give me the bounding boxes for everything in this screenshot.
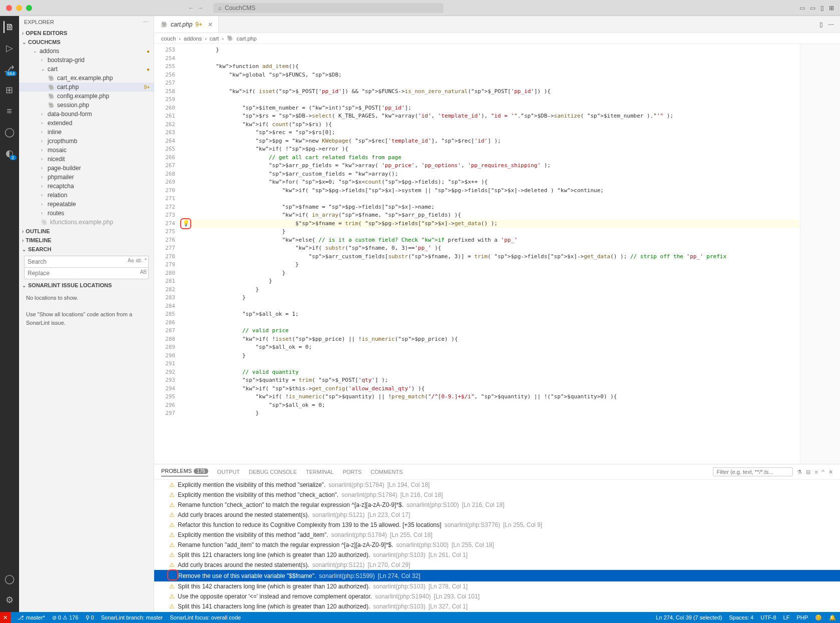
- status-sonar-focus[interactable]: SonarLint focus: overall code: [170, 614, 241, 620]
- open-editors-header[interactable]: ›OPEN EDITORS: [19, 29, 154, 38]
- problem-row[interactable]: ⚠ Explicitly mention the visibility of t…: [154, 480, 840, 490]
- maximize-panel-icon[interactable]: ^: [822, 469, 824, 475]
- problem-row[interactable]: ⓘ Remove the use of this variable variab…: [154, 570, 840, 581]
- folder-page-builder[interactable]: ›page-builder: [19, 164, 154, 173]
- sidebar: EXPLORER ⋯ ›OPEN EDITORS ⌄COUCHCMS ⌄addo…: [19, 16, 154, 612]
- code-editor[interactable]: } "kw">function add_item(){ "kw">global …: [179, 44, 800, 464]
- status-remote[interactable]: ✕: [0, 612, 11, 623]
- folder-extended[interactable]: ›extended: [19, 119, 154, 128]
- tab-output[interactable]: OUTPUT: [217, 469, 240, 475]
- activity-account-icon[interactable]: ◯: [4, 573, 16, 585]
- file-cart-php[interactable]: 🐘cart.php9+: [19, 83, 154, 92]
- lightbulb-icon[interactable]: 💡: [180, 218, 191, 229]
- file-session[interactable]: 🐘session.php: [19, 101, 154, 110]
- minimize-window-button[interactable]: [16, 5, 22, 11]
- close-panel-icon[interactable]: ✕: [828, 469, 833, 475]
- nav-back-button[interactable]: ←: [188, 5, 194, 12]
- regex-icon[interactable]: .*: [143, 258, 147, 263]
- folder-recaptcha[interactable]: ›recaptcha: [19, 182, 154, 191]
- collapse-icon[interactable]: ⊟: [806, 469, 810, 475]
- activity-explorer-icon[interactable]: 🗎: [4, 21, 16, 33]
- folder-bootstrap-grid[interactable]: ›bootstrap-grid: [19, 56, 154, 65]
- sonarlint-header[interactable]: ⌄SONARLINT ISSUE LOCATIONS: [19, 281, 154, 290]
- file-config-example[interactable]: 🐘config.example.php: [19, 92, 154, 101]
- layout-customize-icon[interactable]: ⊞: [829, 5, 834, 12]
- problems-filter-input[interactable]: [713, 467, 793, 476]
- split-editor-icon[interactable]: ▯: [819, 21, 823, 28]
- status-smiley-icon[interactable]: 😊: [815, 614, 822, 621]
- problem-row[interactable]: ⚠ Split this 121 characters long line (w…: [154, 550, 840, 560]
- folder-jcrop[interactable]: ›jcropthumb: [19, 137, 154, 146]
- minimap[interactable]: [800, 44, 840, 464]
- warning-icon: ⚠: [169, 521, 175, 528]
- problem-row[interactable]: ⚠ Split this 126 characters long line (w…: [154, 611, 840, 612]
- activity-remote-icon[interactable]: ≡: [4, 105, 16, 117]
- close-tab-icon[interactable]: ✕: [207, 21, 212, 28]
- folder-repeatable[interactable]: ›repeatable: [19, 200, 154, 209]
- activity-extensions-icon[interactable]: ⊞: [4, 84, 16, 96]
- match-case-icon[interactable]: Aa: [128, 258, 134, 263]
- status-bell-icon[interactable]: 🔔: [829, 614, 836, 621]
- folder-inline[interactable]: ›inline: [19, 128, 154, 137]
- nav-forward-button[interactable]: →: [197, 5, 203, 12]
- search-section-header[interactable]: ⌄SEARCH: [19, 245, 154, 254]
- tab-problems[interactable]: PROBLEMS176: [161, 468, 208, 476]
- layout-secondary-icon[interactable]: ▭: [810, 5, 815, 12]
- command-center[interactable]: ⌕ CouchCMS: [213, 3, 444, 13]
- project-header[interactable]: ⌄COUCHCMS: [19, 38, 154, 47]
- folder-cart[interactable]: ⌄cart●: [19, 65, 154, 74]
- tab-comments[interactable]: COMMENTS: [370, 469, 402, 475]
- status-encoding[interactable]: UTF-8: [760, 614, 776, 621]
- more-actions-icon[interactable]: ⋯: [828, 21, 834, 28]
- status-sonar-branch[interactable]: SonarLint branch: master: [101, 614, 163, 620]
- problem-row[interactable]: ⚠ Rename function "add_item" to match th…: [154, 540, 840, 550]
- breadcrumb[interactable]: couch › addons › cart › 🐘 cart.php: [154, 33, 840, 44]
- status-cursor-pos[interactable]: Ln 274, Col 39 (7 selected): [656, 614, 722, 621]
- status-ports[interactable]: ⚲ 0: [86, 614, 94, 621]
- maximize-window-button[interactable]: [26, 5, 32, 11]
- problem-row[interactable]: ⚠ Split this 141 characters long line (w…: [154, 601, 840, 611]
- problem-row[interactable]: ⚠ Use the opposite operator '<=' instead…: [154, 591, 840, 601]
- folder-mosaic[interactable]: ›mosaic: [19, 146, 154, 155]
- tab-debug-console[interactable]: DEBUG CONSOLE: [249, 469, 297, 475]
- problem-row[interactable]: ⚠ Add curly braces around the nested sta…: [154, 510, 840, 520]
- view-as-icon[interactable]: ≡: [814, 469, 817, 475]
- replace-input[interactable]: [24, 267, 149, 279]
- filter-icon[interactable]: ⚗: [797, 469, 802, 475]
- problem-row[interactable]: ⚠ Rename function "check_action" to matc…: [154, 500, 840, 510]
- tab-ports[interactable]: PORTS: [343, 469, 362, 475]
- activity-settings-icon[interactable]: ⚙: [4, 594, 16, 606]
- folder-phpmailer[interactable]: ›phpmailer: [19, 173, 154, 182]
- folder-addons[interactable]: ⌄addons●: [19, 47, 154, 56]
- preserve-case-icon[interactable]: AB: [140, 269, 147, 275]
- tab-terminal[interactable]: TERMINAL: [306, 469, 334, 475]
- status-language[interactable]: PHP: [796, 614, 808, 621]
- layout-panel-icon[interactable]: ▯: [820, 5, 824, 12]
- folder-nicedit[interactable]: ›nicedit: [19, 155, 154, 164]
- problem-row[interactable]: ⚠ Split this 142 characters long line (w…: [154, 581, 840, 591]
- activity-source-control-icon[interactable]: ⎇564: [4, 63, 16, 75]
- activity-sonar-icon[interactable]: ◐2: [4, 147, 16, 159]
- status-indent[interactable]: Spaces: 4: [729, 614, 753, 621]
- sidebar-more-icon[interactable]: ⋯: [143, 19, 149, 26]
- status-branch[interactable]: ⎇ master*: [18, 614, 45, 621]
- tab-cart-php[interactable]: 🐘 cart.php 9+ ✕: [154, 16, 219, 33]
- whole-word-icon[interactable]: ab: [136, 258, 141, 263]
- folder-relation[interactable]: ›relation: [19, 191, 154, 200]
- problem-row[interactable]: ⚠ Explicitly mention the visibility of t…: [154, 530, 840, 540]
- folder-data-bound[interactable]: ›data-bound-form: [19, 110, 154, 119]
- layout-primary-icon[interactable]: ▭: [799, 5, 805, 12]
- status-eol[interactable]: LF: [783, 614, 790, 621]
- timeline-header[interactable]: ›TIMELINE: [19, 236, 154, 245]
- outline-header[interactable]: ›OUTLINE: [19, 227, 154, 236]
- activity-github-icon[interactable]: ◯: [4, 126, 16, 138]
- problem-row[interactable]: ⚠ Explicitly mention the visibility of t…: [154, 490, 840, 500]
- close-window-button[interactable]: [6, 5, 12, 11]
- status-problems[interactable]: ⊘ 0 ⚠ 176: [52, 614, 79, 621]
- file-cart-ex[interactable]: 🐘cart_ex.example.php: [19, 74, 154, 83]
- file-kfunctions[interactable]: 🐘kfunctions.example.php: [19, 218, 154, 227]
- folder-routes[interactable]: ›routes: [19, 209, 154, 218]
- problem-row[interactable]: ⚠ Add curly braces around the nested sta…: [154, 560, 840, 570]
- activity-run-icon[interactable]: ▷: [4, 42, 16, 54]
- problem-row[interactable]: ⚠ Refactor this function to reduce its C…: [154, 520, 840, 530]
